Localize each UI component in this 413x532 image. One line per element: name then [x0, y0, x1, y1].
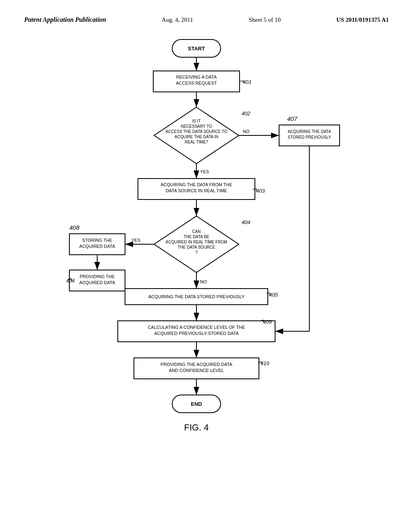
svg-text:START: START: [188, 46, 205, 52]
svg-text:ACQUIRE THE DATA IN: ACQUIRE THE DATA IN: [175, 135, 218, 139]
svg-text:?: ?: [195, 250, 198, 255]
svg-text:YES: YES: [200, 169, 209, 174]
svg-text:STORED PREVIOUSLY: STORED PREVIOUSLY: [288, 135, 331, 139]
svg-text:ACQUIRED IN REAL TIME FROM: ACQUIRED IN REAL TIME FROM: [166, 240, 227, 244]
svg-text:THE DATA BE: THE DATA BE: [184, 235, 209, 239]
svg-text:CAN: CAN: [192, 229, 200, 234]
svg-text:409: 409: [263, 319, 272, 325]
svg-text:THE DATA SOURCE: THE DATA SOURCE: [178, 245, 215, 249]
svg-text:ACQUIRING THE DATA FROM THE: ACQUIRING THE DATA FROM THE: [161, 182, 232, 187]
flowchart-svg: START RECEIVING A DATA ACCESS REQUEST 40…: [65, 35, 348, 499]
patent-number: US 2011/0191375 A1: [336, 17, 389, 23]
svg-text:401: 401: [243, 79, 252, 85]
diagram-area: START RECEIVING A DATA ACCESS REQUEST 40…: [24, 35, 389, 499]
svg-text:CALCULATING A CONFIDENCE LEVEL: CALCULATING A CONFIDENCE LEVEL OF THE: [148, 325, 245, 330]
page: Patent Application Publication Aug. 4, 2…: [0, 0, 413, 532]
svg-text:AND CONFIDENCE LEVEL: AND CONFIDENCE LEVEL: [169, 368, 224, 373]
svg-text:407: 407: [287, 115, 298, 122]
svg-text:ACQUIRED DATA: ACQUIRED DATA: [79, 280, 115, 285]
svg-text:404: 404: [242, 219, 250, 225]
flowchart: START RECEIVING A DATA ACCESS REQUEST 40…: [65, 35, 348, 499]
publication-label: Patent Application Publication: [24, 16, 106, 23]
svg-text:ACCESS REQUEST: ACCESS REQUEST: [176, 81, 217, 85]
svg-text:ACQUIRING THE DATA: ACQUIRING THE DATA: [288, 129, 331, 134]
svg-text:NO: NO: [200, 279, 207, 284]
page-header: Patent Application Publication Aug. 4, 2…: [24, 16, 389, 23]
svg-text:NECESSARY TO: NECESSARY TO: [181, 124, 212, 129]
svg-text:402: 402: [242, 110, 250, 116]
svg-text:YES: YES: [131, 238, 140, 243]
svg-text:PROVIDING THE: PROVIDING THE: [80, 274, 115, 279]
svg-text:STORING THE: STORING THE: [82, 238, 113, 243]
svg-marker-28: [154, 216, 239, 272]
svg-text:IS IT: IS IT: [192, 119, 200, 123]
svg-text:NO: NO: [243, 129, 250, 134]
svg-text:DATA SOURCE IN REAL TIME: DATA SOURCE IN REAL TIME: [166, 188, 227, 193]
svg-text:ACQUIRING THE DATA STORED PREV: ACQUIRING THE DATA STORED PREVIOUSLY: [148, 294, 245, 299]
svg-text:ACQUIRED PREVIOUSLY-STORED DAT: ACQUIRED PREVIOUSLY-STORED DATA: [154, 331, 239, 336]
svg-text:PROVIDING THE ACQUIRED DATA: PROVIDING THE ACQUIRED DATA: [161, 362, 233, 367]
sheet-label: Sheet 5 of 10: [249, 17, 281, 23]
svg-text:403: 403: [256, 188, 265, 194]
svg-text:ACQUIRED DATA: ACQUIRED DATA: [79, 244, 115, 249]
svg-text:408: 408: [69, 224, 80, 231]
svg-text:410: 410: [261, 360, 269, 366]
svg-text:REAL TIME?: REAL TIME?: [185, 140, 208, 144]
svg-text:END: END: [191, 401, 202, 407]
svg-text:ACCESS THE DATA SOURCE TO: ACCESS THE DATA SOURCE TO: [166, 129, 227, 134]
date-label: Aug. 4, 2011: [162, 17, 193, 23]
svg-text:RECEIVING A DATA: RECEIVING A DATA: [176, 75, 217, 79]
svg-text:FIG. 4: FIG. 4: [184, 422, 209, 432]
svg-text:405: 405: [269, 292, 278, 298]
